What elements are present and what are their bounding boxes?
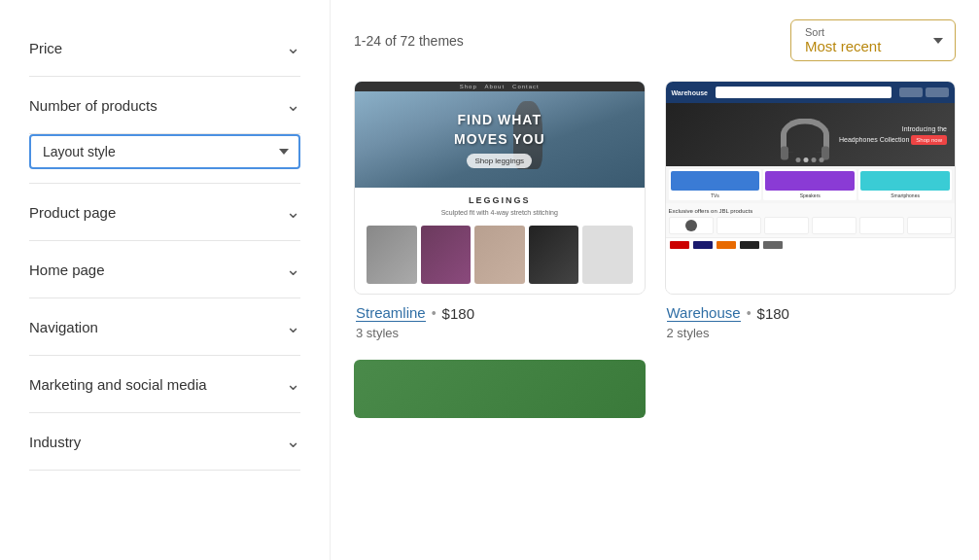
brand-sony — [693, 241, 713, 249]
theme-name-link-streamline[interactable]: Streamline — [356, 304, 426, 322]
chevron-down-icon: ⌄ — [286, 373, 300, 395]
theme-name-row-warehouse: Warehouse • $180 — [667, 304, 955, 322]
wh-cat-2: Speakers — [763, 169, 857, 200]
brand-pioneer — [717, 241, 736, 249]
filter-home-page: Home page ⌄ — [29, 241, 300, 298]
theme-name-row-streamline: Streamline • $180 — [356, 304, 644, 322]
wh-cat-purple — [765, 171, 855, 191]
chevron-down-icon: ⌄ — [286, 37, 300, 58]
wh-products: Exclusive offers on JBL products — [666, 203, 956, 237]
wh-hero: Introducing theHeadphones Collection Sho… — [666, 103, 956, 166]
wh-topbar: Warehouse — [666, 82, 956, 103]
brand-klipsch — [763, 241, 783, 249]
bottom-card-right-placeholder — [665, 360, 957, 418]
filter-navigation-header[interactable]: Navigation ⌄ — [29, 298, 300, 355]
filter-navigation: Navigation ⌄ — [29, 298, 300, 356]
wh-actions — [899, 88, 949, 97]
filter-price: Price ⌄ — [29, 19, 300, 77]
wh-search-bar — [716, 87, 892, 98]
filter-industry-label: Industry — [29, 434, 81, 450]
theme-price-warehouse: $180 — [757, 305, 789, 322]
filter-navigation-label: Navigation — [29, 319, 98, 335]
brand-lg — [670, 241, 689, 249]
wh-prod-4 — [812, 217, 857, 234]
themes-grid: Shop About Contact FIND WHATMOVES YOU — [354, 81, 956, 340]
brand-black — [740, 241, 759, 249]
wh-categories: TVs Speakers Smartphones — [666, 166, 956, 203]
filter-product-page-label: Product page — [29, 204, 116, 221]
wh-cat-1: TVs — [669, 169, 762, 200]
wh-cat-label-2: Speakers — [765, 192, 855, 198]
wh-products-row — [669, 217, 953, 234]
filter-product-page: Product page ⌄ — [29, 184, 300, 241]
sort-wrapper: Sort Most recent — [790, 19, 956, 61]
theme-info-streamline: Streamline • $180 3 styles — [354, 295, 646, 340]
wh-hero-text: Introducing theHeadphones Collection Sho… — [839, 125, 947, 145]
wh-cat-blue — [671, 171, 760, 191]
filter-home-page-header[interactable]: Home page ⌄ — [29, 241, 300, 298]
filter-layout-style: Layout style Any Grid List — [29, 134, 300, 184]
theme-card-warehouse[interactable]: Warehouse — [665, 81, 957, 340]
filter-home-page-label: Home page — [29, 262, 105, 278]
wh-cat-label-3: Smartphones — [860, 192, 950, 198]
wh-cat-3: Smartphones — [858, 169, 952, 200]
theme-styles-warehouse: 2 styles — [667, 326, 955, 340]
theme-price-streamline: $180 — [442, 305, 474, 322]
theme-name-link-warehouse[interactable]: Warehouse — [667, 304, 741, 322]
filter-price-label: Price — [29, 40, 62, 56]
theme-card-streamline[interactable]: Shop About Contact FIND WHATMOVES YOU — [354, 81, 646, 340]
theme-info-warehouse: Warehouse • $180 2 styles — [665, 295, 957, 340]
chevron-down-icon: ⌄ — [286, 201, 300, 223]
sort-label: Sort — [805, 26, 920, 38]
wh-prod-6 — [907, 217, 952, 234]
wh-prod-5 — [859, 217, 904, 234]
theme-styles-streamline: 3 styles — [356, 326, 644, 340]
dot-separator: • — [432, 305, 437, 321]
wh-prod-2 — [717, 217, 761, 234]
filter-industry: Industry ⌄ — [29, 413, 300, 471]
wh-cat-label-1: TVs — [671, 192, 760, 198]
bottom-card-left — [354, 360, 646, 418]
warehouse-preview-image: Warehouse — [666, 82, 956, 294]
layout-style-select[interactable]: Layout style Any Grid List — [29, 134, 300, 169]
main-header: 1-24 of 72 themes Sort Most recent — [354, 19, 956, 61]
sort-dropdown[interactable]: Sort Most recent — [790, 19, 956, 61]
filter-industry-header[interactable]: Industry ⌄ — [29, 413, 300, 470]
wh-brands — [666, 237, 956, 252]
filter-marketing-label: Marketing and social media — [29, 376, 207, 393]
filter-number-of-products-label: Number of products — [29, 97, 157, 114]
chevron-down-icon: ⌄ — [286, 316, 300, 337]
filter-price-header[interactable]: Price ⌄ — [29, 19, 300, 76]
main-content: 1-24 of 72 themes Sort Most recent Shop … — [331, 0, 979, 560]
results-count: 1-24 of 72 themes — [354, 33, 464, 49]
wh-logo: Warehouse — [672, 89, 708, 96]
streamline-preview-image: Shop About Contact FIND WHATMOVES YOU — [355, 82, 645, 294]
chevron-down-icon: ⌄ — [286, 431, 300, 452]
sidebar: Price ⌄ Number of products ⌄ Layout styl… — [0, 0, 331, 560]
filter-number-of-products-header[interactable]: Number of products ⌄ — [29, 77, 300, 133]
wh-prod-3 — [764, 217, 809, 234]
chevron-down-icon: ⌄ — [286, 94, 300, 116]
chevron-down-icon: ⌄ — [286, 259, 300, 280]
filter-marketing-header[interactable]: Marketing and social media ⌄ — [29, 356, 300, 412]
filter-marketing: Marketing and social media ⌄ — [29, 356, 300, 413]
bottom-cards-row — [354, 360, 956, 418]
wh-cat-cyan — [860, 171, 950, 191]
filter-number-of-products: Number of products ⌄ — [29, 77, 300, 134]
wh-action-2 — [926, 88, 949, 97]
sort-value: Most recent — [805, 38, 920, 54]
theme-preview-warehouse: Warehouse — [665, 81, 957, 295]
filter-product-page-header[interactable]: Product page ⌄ — [29, 184, 300, 240]
theme-preview-streamline: Shop About Contact FIND WHATMOVES YOU — [354, 81, 646, 295]
layout-style-wrapper: Layout style Any Grid List — [29, 134, 300, 169]
wh-action-1 — [899, 88, 923, 97]
dot-separator-2: • — [747, 305, 752, 321]
wh-hero-btn: Shop now — [911, 135, 947, 145]
wh-prod-1 — [669, 217, 714, 234]
